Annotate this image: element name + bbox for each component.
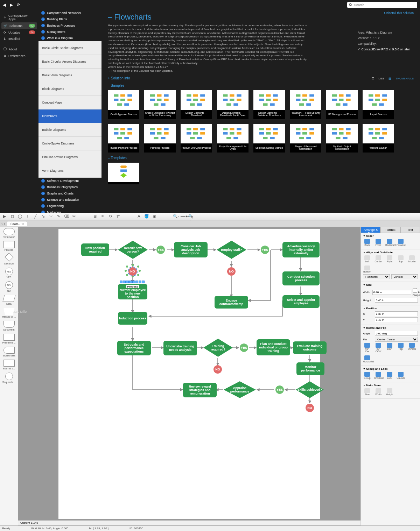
sample-thumb[interactable]: Planning Process	[144, 124, 176, 153]
category-item[interactable]: ›Marketing	[38, 209, 102, 213]
property-icon-button[interactable]: 180°	[385, 343, 394, 353]
section-title[interactable]: Order	[363, 234, 418, 238]
flowchart-yes[interactable]: YES	[156, 246, 165, 254]
fill-tool-icon[interactable]: 🪣	[144, 214, 149, 219]
sample-thumb[interactable]: Stages of Personnel Certification	[290, 124, 321, 153]
category-item[interactable]: ›Science and Education	[38, 197, 102, 203]
category-item[interactable]: ›Business Infographics	[38, 184, 102, 190]
property-icon-button[interactable]: Height	[385, 388, 394, 396]
sample-thumb[interactable]: Credit Approval Process	[108, 90, 139, 119]
section-title[interactable]: Size	[363, 283, 418, 286]
flowchart-process[interactable]: Evaluate training outcome	[293, 341, 327, 354]
tab-prev-icon[interactable]: ‹	[1, 222, 2, 226]
flowchart-process[interactable]: Induction process	[118, 312, 147, 325]
shape-palette-item[interactable]: Document	[1, 321, 17, 331]
sample-thumb[interactable]: Import Process	[363, 90, 394, 119]
menu-apps[interactable]: ✧ConceptDraw Apps	[1, 13, 37, 22]
sample-thumb[interactable]: Invoice Payment Process	[108, 124, 139, 153]
category-item[interactable]: ›Management	[38, 29, 102, 35]
property-icon-button[interactable]: Size	[363, 388, 371, 396]
zoom-in-icon[interactable]: 🔍+	[188, 214, 193, 219]
font-tool-icon[interactable]: A	[136, 214, 141, 219]
tab-format[interactable]: Format	[380, 227, 400, 233]
sample-thumb[interactable]: Cross-Functional Flowchart — Order Proce…	[144, 90, 176, 119]
property-icon-button[interactable]: Right	[385, 255, 394, 263]
document-tab[interactable]: Flowc... ⊗	[7, 221, 28, 226]
samples-link[interactable]: – Samples	[108, 84, 414, 87]
flowchart-process[interactable]: Plan and conduct individual or group tra…	[257, 339, 290, 355]
flowchart-process[interactable]: Review reward strategies and remuneratio…	[183, 383, 217, 397]
oval-tool-icon[interactable]: ◯	[18, 214, 22, 219]
crop-tool-icon[interactable]: ✂	[71, 214, 76, 219]
group-tool-icon[interactable]: ⊞	[92, 214, 97, 219]
zoom-value[interactable]: Custom 118%	[20, 521, 38, 524]
eraser-tool-icon[interactable]: ⌫	[64, 214, 69, 219]
page[interactable]: New position required Recruit new person…	[58, 229, 320, 519]
menu-prefs[interactable]: ⚙Preferences	[1, 53, 37, 59]
category-item[interactable]: ›Building Plans	[38, 16, 102, 22]
thumb-view-button[interactable]: ▦ THUMBNAILS	[388, 77, 414, 80]
flowchart-process[interactable]: Undertake training needs analysis	[163, 341, 197, 355]
property-icon-button[interactable]: Front	[374, 239, 383, 246]
shape-palette-item[interactable]: Process	[1, 241, 17, 251]
flowchart-process[interactable]: Select and appoint employee	[282, 295, 320, 308]
property-icon-button[interactable]: UnLock	[397, 372, 405, 379]
sample-thumb[interactable]: Website Launch	[363, 124, 394, 153]
flowchart-process[interactable]: Processcurrent employee to the new posit…	[118, 284, 147, 299]
sample-thumb[interactable]: HR Management Process	[326, 90, 358, 119]
subcategory-item[interactable]: Circular Arrows Diagrams	[38, 150, 102, 164]
horiz-select[interactable]: Horizontal	[363, 274, 390, 279]
zoom-out-icon[interactable]: 🔍-	[173, 214, 178, 219]
flowchart-no-selected[interactable]: NO	[128, 267, 137, 276]
width-input[interactable]	[372, 290, 411, 295]
property-icon-button[interactable]: Bottom	[363, 266, 371, 273]
text-tool-icon[interactable]: T	[25, 214, 30, 219]
property-icon-button[interactable]: Left	[363, 255, 371, 263]
solution-info-link[interactable]: + Solution info	[108, 76, 414, 80]
property-icon-button[interactable]: Horizontal	[363, 355, 371, 363]
close-tab-icon[interactable]: ⊗	[21, 222, 24, 226]
property-icon-button[interactable]: 90° CW	[363, 343, 371, 353]
menu-updates[interactable]: ⟳Updates24	[1, 29, 37, 36]
sample-thumb[interactable]: Product Life Cycle Process	[181, 124, 212, 153]
subcategory-item[interactable]: Concept Maps	[38, 96, 102, 109]
flowchart-yes[interactable]: YES	[240, 344, 248, 352]
tab-next-icon[interactable]: ›	[4, 222, 5, 226]
flowchart-decision[interactable]: Skills achieved?	[296, 381, 324, 398]
reload-icon[interactable]: ⟳	[17, 2, 20, 7]
flowchart-process[interactable]: Set goals and performance expectations	[117, 341, 151, 355]
pencil-tool-icon[interactable]: ✎	[56, 214, 61, 219]
flowchart-decision[interactable]: Training required?	[203, 339, 233, 357]
flowchart-no[interactable]: NO	[227, 267, 236, 276]
shape-palette-item[interactable]: Sequentia...	[1, 373, 17, 383]
flowchart-process[interactable]: Consider Job analysis Job description	[174, 242, 208, 257]
lock-proportions-checkbox[interactable]	[413, 288, 417, 293]
templates-link[interactable]: – Templates	[108, 156, 414, 160]
search-input[interactable]	[347, 2, 417, 8]
subcategory-item[interactable]: Circle-Spoke Diagrams	[38, 137, 102, 150]
property-icon-button[interactable]: Back	[363, 239, 371, 246]
align-tool-icon[interactable]: ≡	[100, 214, 105, 219]
property-icon-button[interactable]: Vertical	[408, 343, 416, 353]
category-item[interactable]: ›Engineering	[38, 203, 102, 209]
flowchart-no[interactable]: NO	[306, 404, 314, 412]
subcategory-item[interactable]: Bubble Diagrams	[38, 123, 102, 137]
category-item[interactable]: ›Software Development	[38, 178, 102, 184]
property-icon-button[interactable]: Center	[374, 255, 383, 263]
tab-text[interactable]: Text	[400, 227, 420, 233]
menu-installed[interactable]: ⬇Installed	[1, 36, 37, 42]
property-icon-button[interactable]: Backward	[385, 239, 394, 246]
subcategory-item[interactable]: Basic Venn Diagrams	[38, 69, 102, 82]
menu-solutions[interactable]: 🛒Solutions92	[1, 22, 37, 29]
back-icon[interactable]: ◀	[3, 2, 6, 7]
shape-palette-item[interactable]: YESYES	[1, 268, 17, 278]
sample-thumb[interactable]: Synthetic Object Construction	[326, 124, 358, 153]
flip-tool-icon[interactable]: ⇄	[115, 214, 120, 219]
property-icon-button[interactable]: Group	[363, 372, 371, 379]
vert-select[interactable]: Vertical	[391, 274, 418, 279]
section-title[interactable]: Make Same	[363, 384, 418, 387]
shape-palette-item[interactable]: Internal s...	[1, 360, 17, 370]
template-thumb[interactable]	[108, 163, 139, 184]
list-view-button[interactable]: ☰ LIST	[372, 77, 384, 80]
flowchart-yes[interactable]: YES	[275, 385, 284, 394]
